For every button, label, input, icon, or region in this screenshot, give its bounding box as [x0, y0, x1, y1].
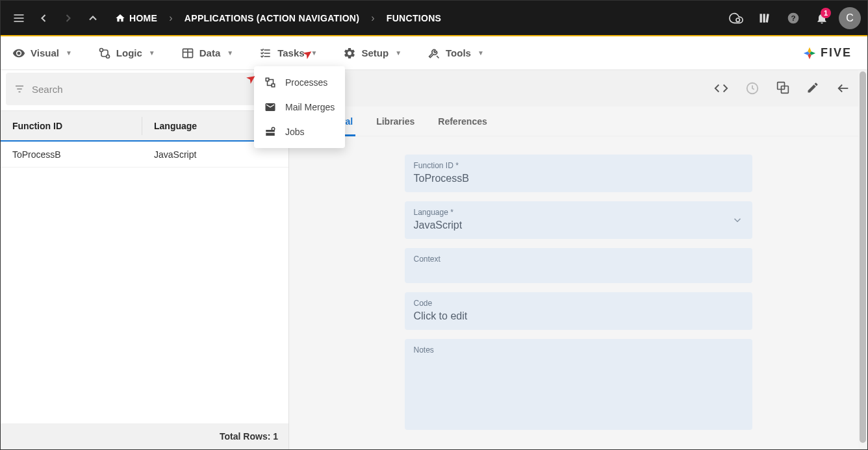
cloud-icon[interactable] [724, 6, 748, 30]
breadcrumb-label: APPLICATIONS (ACTION NAVIGATION) [185, 13, 359, 23]
table-header: Function ID Language [1, 110, 288, 142]
header-right: ? 1 C [724, 6, 861, 30]
tasks-dropdown: Processes Mail Merges Jobs [254, 66, 345, 148]
field-code[interactable]: Code Click to edit [405, 292, 752, 330]
caret-down-icon: ▼ [66, 49, 72, 56]
breadcrumb-home[interactable]: HOME [110, 9, 162, 27]
tools-icon [428, 47, 440, 60]
menu-label: Setup [361, 47, 389, 58]
menu-tasks[interactable]: Tasks▼ [255, 42, 321, 65]
field-function-id[interactable]: Function ID * ToProcessB [405, 155, 752, 192]
caret-down-icon: ▼ [149, 49, 155, 56]
dropdown-item-mail-merges[interactable]: Mail Merges [254, 95, 345, 119]
menu-label: Tasks [277, 47, 304, 58]
filter-icon[interactable] [14, 83, 25, 95]
field-language[interactable]: Language * JavaScript [405, 201, 752, 239]
form: Function ID * ToProcessB Language * Java… [289, 136, 867, 449]
svg-rect-22 [272, 84, 275, 87]
field-context[interactable]: Context [405, 248, 752, 283]
field-label: Code [414, 299, 743, 308]
copy-icon[interactable] [774, 79, 792, 98]
process-icon [264, 77, 277, 88]
field-value: ToProcessB [414, 173, 743, 184]
gear-icon [343, 47, 356, 60]
history-icon[interactable] [743, 79, 762, 98]
notification-badge: 1 [821, 8, 831, 18]
forward-icon [57, 6, 80, 30]
caret-down-icon: ▼ [311, 49, 318, 56]
chevron-right-icon: › [169, 12, 173, 24]
column-header-function-id[interactable]: Function ID [1, 117, 142, 135]
svg-point-3 [736, 18, 740, 22]
chevron-right-icon: › [371, 12, 375, 24]
library-icon[interactable] [753, 6, 776, 30]
breadcrumb-label: FUNCTIONS [387, 13, 441, 23]
svg-text:?: ? [791, 14, 795, 22]
menu-setup[interactable]: Setup▼ [339, 42, 405, 65]
svg-rect-5 [763, 14, 765, 22]
breadcrumb: HOME › APPLICATIONS (ACTION NAVIGATION) … [110, 9, 446, 27]
field-label: Notes [414, 345, 743, 355]
logic-icon [98, 47, 111, 60]
hamburger-icon[interactable] [7, 6, 31, 30]
edit-icon[interactable] [804, 79, 822, 98]
breadcrumb-label: HOME [129, 13, 157, 23]
cell-function-id: ToProcessB [1, 149, 142, 160]
menu-tools[interactable]: Tools▼ [424, 42, 488, 65]
dropdown-label: Processes [285, 77, 327, 88]
back-arrow-icon[interactable] [834, 79, 853, 98]
eye-icon [12, 47, 25, 60]
menu-label: Visual [31, 47, 59, 58]
notifications-icon[interactable]: 1 [810, 6, 834, 30]
tab-references[interactable]: References [435, 108, 490, 136]
tab-libraries[interactable]: Libraries [374, 108, 417, 136]
svg-point-25 [272, 127, 275, 131]
field-label: Language * [414, 208, 743, 217]
field-notes[interactable]: Notes [405, 339, 752, 430]
menu-visual[interactable]: Visual▼ [8, 42, 76, 65]
help-icon[interactable]: ? [782, 6, 805, 30]
dropdown-label: Mail Merges [285, 102, 335, 112]
breadcrumb-functions[interactable]: FUNCTIONS [381, 9, 446, 27]
search-input[interactable] [32, 84, 256, 95]
menubar: Visual▼ Logic▼ Data▼ Tasks▼ Setup▼ Tools… [1, 36, 867, 70]
breadcrumb-applications[interactable]: APPLICATIONS (ACTION NAVIGATION) [179, 9, 364, 27]
search-bar [6, 73, 283, 105]
logo-icon [802, 46, 817, 60]
svg-rect-4 [760, 14, 762, 22]
menu-data[interactable]: Data▼ [177, 42, 237, 65]
detail-actions [711, 79, 853, 98]
chevron-down-icon [732, 214, 743, 226]
caret-down-icon: ▼ [227, 49, 233, 56]
field-label: Context [414, 255, 743, 264]
dropdown-item-processes[interactable]: Processes [254, 70, 345, 95]
total-rows-label: Total Rows: 1 [220, 431, 278, 442]
list-panel: Function ID Language ToProcessB JavaScri… [1, 70, 289, 449]
dropdown-item-jobs[interactable]: Jobs [254, 119, 345, 144]
table-row[interactable]: ToProcessB JavaScript [1, 142, 288, 168]
back-icon[interactable] [32, 6, 55, 30]
vertical-scrollbar[interactable] [858, 70, 867, 449]
menu-logic[interactable]: Logic▼ [94, 42, 159, 65]
caret-down-icon: ▼ [395, 49, 402, 56]
code-icon[interactable] [711, 79, 731, 98]
scrollbar-thumb[interactable] [860, 71, 866, 443]
logo-text: FIVE [821, 46, 852, 60]
svg-point-9 [99, 48, 103, 51]
detail-panel: cessB General Libraries References Funct… [289, 70, 867, 449]
menu-label: Tools [446, 47, 471, 58]
tabs: General Libraries References [289, 106, 867, 136]
avatar-initial: C [846, 12, 854, 24]
jobs-icon [264, 126, 277, 138]
field-label: Function ID * [414, 161, 743, 170]
dropdown-label: Jobs [285, 127, 305, 137]
main-content: Function ID Language ToProcessB JavaScri… [1, 70, 867, 449]
table-icon [181, 47, 194, 60]
detail-header: cessB [289, 70, 867, 106]
caret-down-icon: ▼ [478, 49, 484, 56]
avatar[interactable]: C [839, 7, 861, 29]
tasks-icon [259, 47, 272, 60]
field-value: Click to edit [414, 310, 743, 322]
up-icon[interactable] [81, 6, 105, 30]
app-header: HOME › APPLICATIONS (ACTION NAVIGATION) … [1, 1, 867, 36]
